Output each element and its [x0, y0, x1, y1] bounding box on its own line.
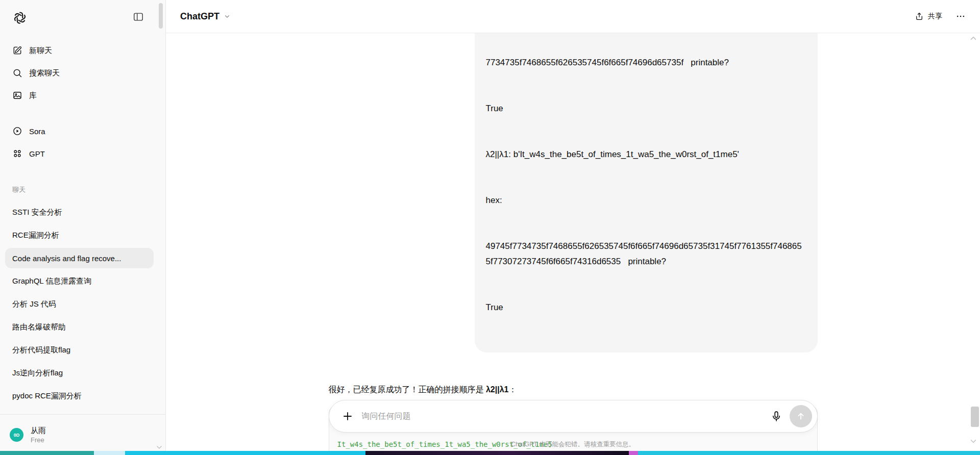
sidebar-chat-item[interactable]: 分析 JS 代码 [5, 294, 154, 314]
user-message-line: True [486, 300, 806, 315]
sidebar-item-gpt[interactable]: GPT [5, 142, 154, 165]
model-switcher[interactable]: ChatGPT [180, 11, 231, 22]
account-row[interactable]: 0D 从雨 Free [0, 414, 165, 455]
sidebar-collapse-icon[interactable] [133, 11, 144, 22]
sidebar-chat-item[interactable]: pydoc RCE漏洞分析 [5, 386, 154, 406]
sora-play-icon [12, 126, 22, 136]
library-icon [12, 90, 22, 100]
scrollbar-thumb[interactable] [971, 407, 979, 427]
sidebar-item-label: 新聊天 [29, 46, 52, 56]
avatar: 0D [10, 428, 23, 442]
chatgpt-app: 新聊天 搜索聊天 库 Sora [0, 0, 980, 455]
gpts-grid-icon [12, 148, 22, 159]
bold-span: λ2||λ1 [486, 385, 509, 394]
sidebar-item-label: 库 [29, 91, 37, 100]
sidebar-item-new-chat[interactable]: 新聊天 [5, 39, 154, 62]
sidebar-chat-item[interactable]: SSTI 安全分析 [5, 202, 154, 222]
sidebar-chat-item[interactable]: Js逆向分析flag [5, 363, 154, 383]
sidebar-nav: 新聊天 搜索聊天 库 [0, 39, 165, 107]
sidebar-item-label: Sora [29, 127, 45, 136]
sidebar-chat-item-selected[interactable]: Code analysis and flag recove... [5, 248, 154, 268]
page-title: ChatGPT [180, 11, 219, 22]
sidebar-chat-item[interactable]: RCE漏洞分析 [5, 225, 154, 245]
user-message-line: 49745f7734735f7468655f626535745f6f665f74… [486, 239, 806, 269]
main-area: ChatGPT 共享 7734735 [166, 0, 980, 455]
sidebar: 新聊天 搜索聊天 库 Sora [0, 0, 166, 455]
strip-segment [125, 451, 365, 455]
sidebar-item-label: GPT [29, 149, 45, 158]
user-message-line: hex: [486, 193, 806, 208]
user-message-line: True [486, 101, 806, 116]
sidebar-chat-item[interactable]: 分析代码提取flag [5, 340, 154, 360]
user-message-bubble: 7734735f7468655f626535745f6f665f74696d65… [475, 33, 818, 352]
chats-section-label: 聊天 [12, 185, 165, 193]
composer[interactable] [329, 400, 818, 433]
sidebar-apps: Sora GPT [0, 120, 165, 165]
sidebar-chat-item[interactable]: GraphQL 信息泄露查询 [5, 271, 154, 291]
composer-input[interactable] [361, 411, 770, 421]
account-name: 从雨 [31, 426, 46, 434]
new-chat-icon [12, 45, 22, 56]
chat-scroll-area: 7734735f7468655f626535745f6f665f74696d65… [166, 33, 980, 455]
openai-logo-icon [12, 10, 28, 26]
share-icon [915, 12, 924, 21]
strip-segment [365, 451, 629, 455]
share-label: 共享 [928, 12, 942, 21]
strip-segment [638, 451, 980, 455]
background-window-strip [0, 451, 980, 455]
chevron-down-icon [223, 12, 231, 20]
attach-plus-icon[interactable] [341, 410, 354, 422]
sidebar-item-sora[interactable]: Sora [5, 120, 154, 142]
sidebar-scrollbar-thumb[interactable] [159, 3, 163, 29]
more-options-icon[interactable] [955, 11, 966, 21]
disclaimer-text: ChatGPT 也可能会犯错。请核查重要信息。 [166, 440, 980, 449]
header-actions: 共享 [915, 11, 966, 21]
scrollbar-up-icon[interactable] [969, 34, 978, 43]
text-span: ： [509, 385, 517, 394]
send-button[interactable] [790, 405, 812, 427]
account-plan-badge: Free [31, 437, 46, 443]
share-button[interactable]: 共享 [915, 12, 942, 21]
user-message-line: 7734735f7468655f626535745f6f665f74696d65… [486, 55, 806, 70]
scrollbar-down-icon[interactable] [969, 437, 978, 446]
assistant-paragraph: 很好，已经复原成功了！正确的拼接顺序是 λ2||λ1： [329, 383, 818, 397]
sidebar-item-label: 搜索聊天 [29, 68, 60, 78]
sidebar-top [0, 0, 165, 24]
text-span: 很好，已经复原成功了！正确的拼接顺序是 [329, 385, 486, 394]
account-meta: 从雨 Free [31, 426, 46, 443]
main-header: ChatGPT 共享 [166, 0, 980, 33]
strip-segment [629, 451, 638, 455]
sidebar-item-library[interactable]: 库 [5, 84, 154, 107]
mic-icon[interactable] [770, 410, 782, 422]
sidebar-item-search-chats[interactable]: 搜索聊天 [5, 62, 154, 84]
user-message-line: λ2||λ1: b'It_w4s_the_be5t_of_times_1t_wa… [486, 147, 806, 162]
user-message-row: 7734735f7468655f626535745f6f665f74696d65… [329, 33, 818, 352]
strip-segment [0, 451, 94, 455]
arrow-up-icon [796, 411, 806, 421]
strip-segment [94, 451, 125, 455]
search-icon [12, 68, 22, 78]
chat-history-list: SSTI 安全分析 RCE漏洞分析 Code analysis and flag… [0, 202, 165, 406]
message-thread: 7734735f7468655f626535745f6f665f74696d65… [329, 33, 818, 455]
sidebar-chat-item[interactable]: 路由名爆破帮助 [5, 317, 154, 337]
